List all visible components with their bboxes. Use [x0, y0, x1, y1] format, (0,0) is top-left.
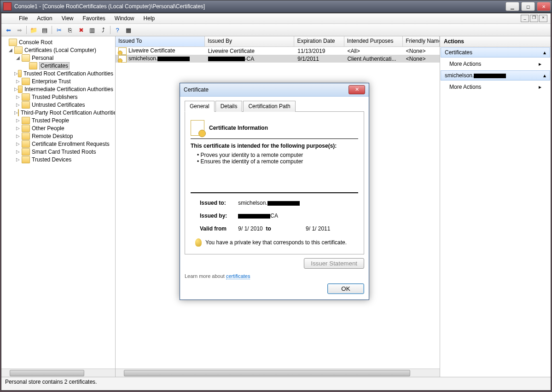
folder-icon — [22, 140, 30, 148]
tree-enrollment[interactable]: ▷Certificate Enrollment Requests — [1, 140, 115, 148]
key-icon — [195, 238, 202, 247]
collapse-icon: ▴ — [543, 72, 546, 79]
options-icon[interactable]: ▦ — [123, 25, 134, 35]
help-icon[interactable]: ? — [112, 25, 122, 35]
chevron-right-icon: ▸ — [539, 84, 541, 90]
col-expiration[interactable]: Expiration Date — [294, 36, 344, 46]
window-titlebar: Console1 - [Console Root\Certificates (L… — [0, 0, 552, 13]
folder-icon — [18, 86, 23, 93]
toolbar: ⬅ ➡ 📁 ▤ ✂ ⎘ ✖ ▥ ⤴ ? ▦ — [1, 24, 551, 36]
certificate-icon — [118, 55, 127, 63]
forward-icon[interactable]: ➡ — [14, 25, 24, 35]
tree-enterprise-trust[interactable]: ▷Enterprise Trust — [1, 77, 115, 85]
minimize-button[interactable]: ▁ — [506, 2, 519, 11]
tab-certification-path[interactable]: Certification Path — [243, 101, 295, 112]
folder-icon — [22, 54, 30, 62]
table-row[interactable]: Livewire Certificate Livewire Certificat… — [116, 47, 440, 55]
tree-smartcard[interactable]: ▷Smart Card Trusted Roots — [1, 148, 115, 156]
menu-file[interactable]: File — [14, 14, 32, 23]
window-title: Console1 - [Console Root\Certificates (L… — [14, 3, 205, 10]
dialog-titlebar[interactable]: Certificate ✕ — [180, 83, 369, 97]
mdi-minimize-button[interactable]: _ — [521, 15, 529, 22]
issuer-statement-button: Issuer Statement — [304, 258, 364, 269]
redacted — [267, 201, 300, 206]
tree-third-party[interactable]: ▷Third-Party Root Certification Authorit… — [1, 109, 115, 116]
mdi-close-button[interactable]: × — [539, 15, 547, 22]
purposes-label: This certificate is intended for the fol… — [191, 143, 358, 149]
certificate-dialog: Certificate ✕ General Details Certificat… — [180, 83, 369, 300]
folder-icon — [22, 78, 30, 85]
tree-untrusted[interactable]: ▷Untrusted Certificates — [1, 101, 115, 109]
folder-icon — [18, 70, 22, 77]
learn-more-link[interactable]: certificates — [226, 273, 250, 279]
tree-root[interactable]: Console Root — [1, 38, 115, 46]
menu-favorites[interactable]: Favorites — [78, 14, 110, 23]
menu-window[interactable]: Window — [110, 14, 139, 23]
certificate-icon — [191, 120, 204, 136]
actions-section-selected[interactable]: smichelson.▴ — [441, 70, 550, 81]
folder-icon — [29, 62, 37, 69]
tree-trusted-people[interactable]: ▷Trusted People — [1, 116, 115, 124]
redacted — [208, 57, 245, 61]
menu-action[interactable]: Action — [32, 14, 57, 23]
cut-icon[interactable]: ✂ — [54, 25, 64, 35]
tree-pane[interactable]: Console Root ◢Certificates (Local Comput… — [1, 36, 116, 377]
menu-view[interactable]: View — [57, 14, 78, 23]
tree-other-people[interactable]: ▷Other People — [1, 124, 115, 132]
properties-icon[interactable]: ▥ — [87, 25, 97, 35]
dialog-close-button[interactable]: ✕ — [349, 85, 365, 94]
tab-pane-general: Certificate Information This certificate… — [185, 112, 364, 254]
issued-to: Issued to: smichelson. — [200, 200, 358, 206]
folder-icon — [9, 39, 17, 46]
private-key-note: You have a private key that corresponds … — [195, 238, 358, 247]
menu-help[interactable]: Help — [139, 14, 160, 23]
dialog-title: Certificate — [184, 86, 209, 93]
mdi-restore-button[interactable]: ❐ — [530, 15, 538, 22]
tree-personal[interactable]: ◢Personal — [1, 54, 115, 62]
folder-icon — [22, 133, 30, 140]
col-issued-by[interactable]: Issued By — [205, 36, 294, 46]
tab-details[interactable]: Details — [215, 101, 243, 112]
folder-icon — [22, 117, 30, 124]
tree-certificates[interactable]: Certificates — [1, 62, 115, 69]
copy-icon[interactable]: ⎘ — [65, 25, 75, 35]
maximize-button[interactable]: ◻ — [521, 2, 535, 11]
up-folder-icon[interactable]: 📁 — [29, 25, 39, 35]
back-icon[interactable]: ⬅ — [3, 25, 13, 35]
actions-pane: Actions Certificates▴ More Actions▸ smic… — [440, 36, 551, 377]
tree-trusted-root[interactable]: ▷Trusted Root Certification Authorities — [1, 69, 115, 77]
close-button[interactable]: ✕ — [537, 2, 551, 11]
actions-header: Actions — [440, 36, 551, 47]
col-purposes[interactable]: Intended Purposes — [344, 36, 403, 46]
purposes-list: Proves your identity to a remote compute… — [197, 152, 358, 165]
delete-icon[interactable]: ✖ — [76, 25, 86, 35]
tree-trusted-devices[interactable]: ▷Trusted Devices — [1, 156, 115, 163]
tree-certificates-local[interactable]: ◢Certificates (Local Computer) — [1, 46, 115, 54]
folder-icon — [22, 125, 30, 132]
list-hscroll[interactable] — [116, 369, 440, 377]
ok-button[interactable]: OK — [327, 283, 364, 294]
status-bar: Personal store contains 2 certificates. — [1, 377, 551, 390]
col-issued-to[interactable]: Issued To — [116, 36, 205, 46]
actions-section-certificates[interactable]: Certificates▴ — [441, 47, 550, 58]
tab-general[interactable]: General — [185, 101, 215, 112]
redacted — [238, 214, 270, 219]
tree-trusted-publishers[interactable]: ▷Trusted Publishers — [1, 93, 115, 101]
actions-more[interactable]: More Actions▸ — [440, 58, 551, 70]
export-icon[interactable]: ⤴ — [98, 25, 108, 35]
folder-icon — [22, 93, 30, 101]
folder-icon — [14, 46, 23, 54]
tree-remote-desktop[interactable]: ▷Remote Desktop — [1, 132, 115, 140]
tree-intermediate[interactable]: ▷Intermediate Certification Authorities — [1, 85, 115, 93]
show-hide-tree-icon[interactable]: ▤ — [40, 25, 50, 35]
tree-hscroll[interactable] — [1, 369, 115, 377]
folder-icon — [18, 109, 19, 116]
col-friendly[interactable]: Friendly Name — [403, 36, 440, 46]
chevron-right-icon: ▸ — [539, 61, 541, 67]
valid-range: Valid from 9/ 1/ 2010 to 9/ 1/ 2011 — [200, 225, 358, 232]
issued-by: Issued by: CA — [200, 213, 358, 219]
dialog-tabs: General Details Certification Path — [185, 100, 364, 112]
table-row[interactable]: smichelson. -CA 9/1/2011 Client Authenti… — [116, 55, 440, 63]
actions-more-selected[interactable]: More Actions▸ — [440, 81, 551, 93]
list-header: Issued To Issued By Expiration Date Inte… — [116, 36, 440, 47]
